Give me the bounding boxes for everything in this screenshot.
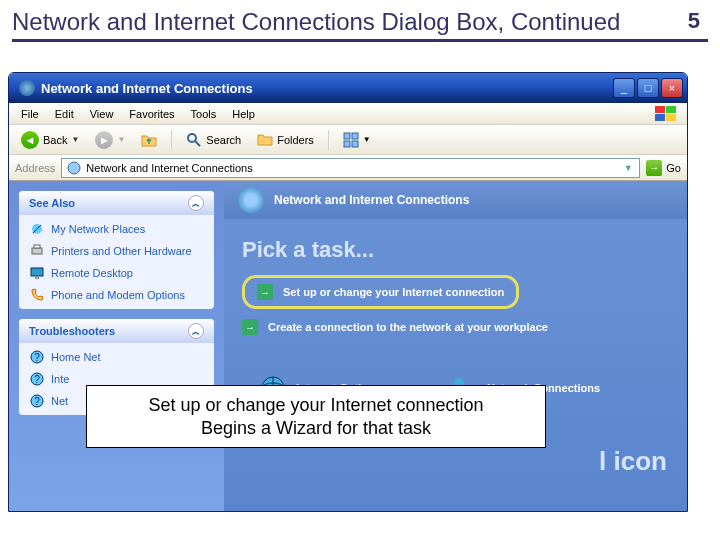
slide-number: 5 (688, 8, 700, 34)
window-title: Network and Internet Connections (41, 81, 613, 96)
svg-point-4 (188, 134, 196, 142)
svg-text:?: ? (34, 396, 40, 407)
svg-line-5 (195, 141, 200, 146)
svg-rect-14 (31, 268, 43, 276)
callout-line2: Begins a Wizard for that task (97, 417, 535, 440)
help-icon: ? (29, 393, 45, 409)
menubar: File Edit View Favorites Tools Help (9, 103, 687, 125)
go-button[interactable]: → Go (646, 160, 681, 176)
content-main: Network and Internet Connections Pick a … (224, 181, 687, 511)
address-value: Network and Internet Connections (86, 162, 252, 174)
sidebar-item-remote-desktop[interactable]: Remote Desktop (29, 265, 204, 281)
folders-label: Folders (277, 134, 314, 146)
task-highlight: → Set up or change your Internet connect… (242, 275, 519, 309)
separator (328, 130, 329, 150)
menu-view[interactable]: View (82, 106, 122, 122)
arrow-icon: → (257, 284, 273, 300)
location-icon (66, 160, 82, 176)
svg-rect-9 (352, 141, 358, 147)
svg-rect-3 (666, 114, 676, 121)
svg-rect-8 (344, 141, 350, 147)
folder-up-icon (141, 132, 157, 148)
pick-a-task-label: Pick a task... (242, 237, 669, 263)
folders-icon (257, 132, 273, 148)
go-icon: → (646, 160, 662, 176)
address-dropdown-icon[interactable]: ▼ (621, 163, 635, 173)
folders-button[interactable]: Folders (251, 130, 320, 150)
remote-desktop-icon (29, 265, 45, 281)
slide-underline (12, 39, 708, 42)
forward-dropdown-icon[interactable]: ▼ (117, 135, 125, 144)
maximize-button[interactable]: □ (637, 78, 659, 98)
see-also-title: See Also (29, 197, 75, 209)
svg-rect-12 (32, 248, 42, 254)
up-button[interactable] (135, 130, 163, 150)
views-button[interactable]: ▼ (337, 130, 377, 150)
search-label: Search (206, 134, 241, 146)
callout-box: Set up or change your Internet connectio… (86, 385, 546, 448)
windows-flag-icon (655, 106, 677, 122)
svg-rect-15 (35, 277, 39, 279)
task-setup-internet[interactable]: → Set up or change your Internet connect… (251, 280, 510, 304)
arrow-icon: → (242, 319, 258, 335)
back-dropdown-icon[interactable]: ▼ (71, 135, 79, 144)
menu-favorites[interactable]: Favorites (121, 106, 182, 122)
svg-rect-6 (344, 133, 350, 139)
sidebar-item-trouble-1[interactable]: ? Home Net (29, 349, 204, 365)
svg-rect-1 (666, 106, 676, 113)
go-label: Go (666, 162, 681, 174)
globe-icon (238, 187, 264, 213)
forward-arrow-icon: ► (95, 131, 113, 149)
collapse-icon[interactable]: ︽ (188, 195, 204, 211)
views-icon (343, 132, 359, 148)
sidebar-item-my-network-places[interactable]: My Network Places (29, 221, 204, 237)
task-workplace-connection[interactable]: → Create a connection to the network at … (242, 319, 669, 335)
see-also-header[interactable]: See Also ︽ (19, 191, 214, 215)
network-places-icon (29, 221, 45, 237)
callout-line1: Set up or change your Internet connectio… (97, 394, 535, 417)
svg-text:?: ? (34, 352, 40, 363)
addressbar: Address Network and Internet Connections… (9, 155, 687, 181)
help-icon: ? (29, 371, 45, 387)
address-input[interactable]: Network and Internet Connections ▼ (61, 158, 640, 178)
svg-rect-0 (655, 106, 665, 113)
search-icon (186, 132, 202, 148)
separator (171, 130, 172, 150)
slide-title: Network and Internet Connections Dialog … (0, 0, 720, 39)
back-button[interactable]: ◄ Back ▼ (15, 129, 85, 151)
menu-help[interactable]: Help (224, 106, 263, 122)
menu-file[interactable]: File (13, 106, 47, 122)
back-arrow-icon: ◄ (21, 131, 39, 149)
category-header: Network and Internet Connections (224, 181, 687, 219)
sidebar-item-phone-modem[interactable]: Phone and Modem Options (29, 287, 204, 303)
close-button[interactable]: × (661, 78, 683, 98)
sidebar-item-printers[interactable]: Printers and Other Hardware (29, 243, 204, 259)
printer-icon (29, 243, 45, 259)
menu-edit[interactable]: Edit (47, 106, 82, 122)
pick-icon-partial: l icon (599, 446, 667, 477)
category-title: Network and Internet Connections (274, 193, 469, 207)
task-label: Create a connection to the network at yo… (268, 321, 548, 333)
address-label: Address (15, 162, 55, 174)
help-icon: ? (29, 349, 45, 365)
sidebar: See Also ︽ My Network Places Printers an… (9, 181, 224, 511)
see-also-panel: See Also ︽ My Network Places Printers an… (19, 191, 214, 309)
task-label: Set up or change your Internet connectio… (283, 286, 504, 298)
svg-rect-13 (34, 245, 40, 248)
svg-rect-2 (655, 114, 665, 121)
search-button[interactable]: Search (180, 130, 247, 150)
toolbar: ◄ Back ▼ ► ▼ Search Folders (9, 125, 687, 155)
troubleshooters-header[interactable]: Troubleshooters ︽ (19, 319, 214, 343)
svg-point-10 (68, 162, 80, 174)
back-label: Back (43, 134, 67, 146)
menu-tools[interactable]: Tools (183, 106, 225, 122)
svg-rect-7 (352, 133, 358, 139)
forward-button[interactable]: ► ▼ (89, 129, 131, 151)
window-icon (19, 80, 35, 96)
phone-icon (29, 287, 45, 303)
minimize-button[interactable]: _ (613, 78, 635, 98)
svg-text:?: ? (34, 374, 40, 385)
collapse-icon[interactable]: ︽ (188, 323, 204, 339)
titlebar[interactable]: Network and Internet Connections _ □ × (9, 73, 687, 103)
troubleshooters-title: Troubleshooters (29, 325, 115, 337)
